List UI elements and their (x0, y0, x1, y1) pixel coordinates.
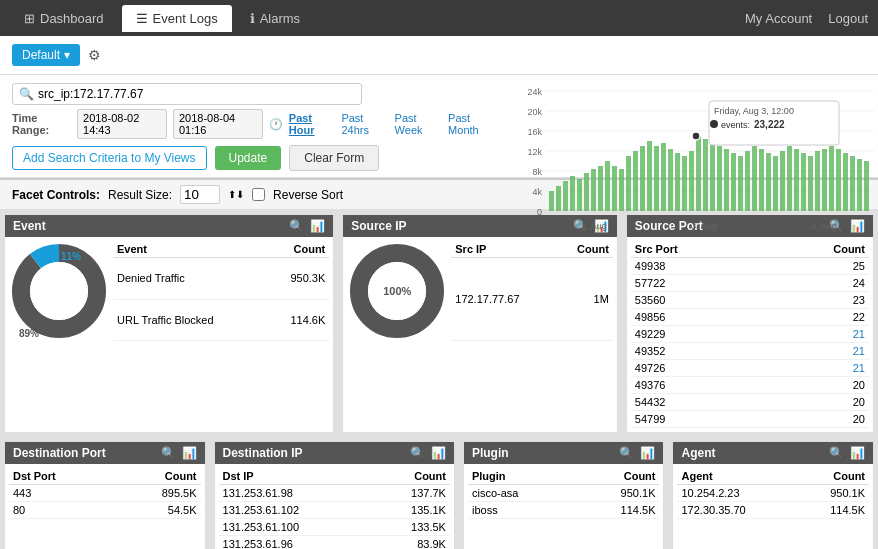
past-hour-link[interactable]: Past Hour (289, 112, 336, 136)
clear-form-button[interactable]: Clear Form (289, 145, 379, 171)
top-nav: ⊞ Dashboard ☰ Event Logs ℹ Alarms My Acc… (0, 0, 878, 36)
update-button[interactable]: Update (215, 146, 282, 170)
logout-link[interactable]: Logout (828, 11, 868, 26)
dashboard-icon: ⊞ (24, 11, 35, 26)
svg-rect-54 (829, 146, 834, 211)
svg-rect-17 (570, 176, 575, 211)
destination-ip-table: Dst IPCount 131.253.61.98137.7K 131.253.… (219, 468, 450, 549)
dst-ip-search-icon[interactable]: 🔍 (410, 446, 425, 460)
event-chart-icon[interactable]: 📊 (310, 219, 325, 233)
dst-port-chart-icon[interactable]: 📊 (182, 446, 197, 460)
bottom-panels-row: Destination Port 🔍 📊 Dst PortCount 44389… (0, 437, 878, 549)
nav-tab-alarms[interactable]: ℹ Alarms (236, 5, 314, 32)
svg-rect-25 (626, 156, 631, 211)
donut-center-label: 100% (383, 285, 411, 297)
svg-rect-18 (577, 179, 582, 211)
plugin-search-icon[interactable]: 🔍 (619, 446, 634, 460)
svg-text:8k: 8k (532, 167, 542, 177)
destination-ip-body: Dst IPCount 131.253.61.98137.7K 131.253.… (215, 464, 454, 549)
table-row: Denied Traffic 950.3K (113, 258, 329, 300)
source-ip-title: Source IP (351, 219, 406, 233)
agent-header: Agent 🔍 📊 (673, 442, 873, 464)
plugin-body: PluginCount cisco-asa950.1K iboss114.5K (464, 464, 664, 523)
donut-bottom-label: 89% (19, 328, 39, 339)
svg-point-71 (30, 262, 88, 320)
svg-rect-52 (815, 151, 820, 211)
svg-rect-15 (556, 186, 561, 211)
agent-panel: Agent 🔍 📊 AgentCount 10.254.2.23950.1K 1… (672, 441, 874, 549)
svg-rect-42 (745, 151, 750, 211)
up-down-icon: ⬆⬇ (228, 189, 244, 200)
event-panel-title: Event (13, 219, 46, 233)
search-input[interactable] (38, 87, 338, 101)
svg-rect-43 (752, 146, 757, 211)
time-range-label: Time Range: (12, 112, 71, 136)
event-col-count: Count (266, 241, 329, 258)
svg-text:12k: 12k (527, 147, 542, 157)
destination-port-header: Destination Port 🔍 📊 (5, 442, 205, 464)
svg-rect-59 (864, 161, 869, 211)
agent-chart-icon[interactable]: 📊 (850, 446, 865, 460)
svg-rect-20 (591, 169, 596, 211)
svg-rect-47 (780, 151, 785, 211)
svg-rect-40 (731, 153, 736, 211)
past-month-link[interactable]: Past Month (448, 112, 498, 136)
event-search-icon[interactable]: 🔍 (289, 219, 304, 233)
svg-rect-48 (787, 146, 792, 211)
svg-rect-50 (801, 153, 806, 211)
table-row: 4922921 (631, 326, 869, 343)
table-row: 5479920 (631, 411, 869, 428)
svg-text:3. Aug: 3. Aug (691, 221, 717, 231)
svg-rect-26 (633, 151, 638, 211)
event-table: Event Count Denied Traffic 950.3K URL Tr… (113, 241, 329, 341)
svg-rect-19 (584, 173, 589, 211)
table-row: 131.253.61.102135.1K (219, 502, 450, 519)
nav-right: My Account Logout (745, 11, 868, 26)
agent-search-icon[interactable]: 🔍 (829, 446, 844, 460)
svg-rect-16 (563, 181, 568, 211)
svg-rect-24 (619, 169, 624, 211)
search-icon: 🔍 (19, 87, 34, 101)
svg-rect-56 (843, 153, 848, 211)
svg-rect-21 (598, 166, 603, 211)
time-to: 2018-08-04 01:16 (173, 109, 263, 139)
default-button[interactable]: Default ▾ (12, 44, 80, 66)
add-view-button[interactable]: Add Search Criteria to My Views (12, 146, 207, 170)
plugin-header: Plugin 🔍 📊 (464, 442, 664, 464)
nav-tab-dashboard[interactable]: ⊞ Dashboard (10, 5, 118, 32)
plugin-chart-icon[interactable]: 📊 (640, 446, 655, 460)
svg-rect-34 (689, 151, 694, 211)
destination-ip-header: Destination IP 🔍 📊 (215, 442, 454, 464)
event-panel-body: 89% 11% Event Count Denied Traffic 950.3… (5, 237, 333, 345)
dst-port-search-icon[interactable]: 🔍 (161, 446, 176, 460)
table-row: 5443220 (631, 394, 869, 411)
result-size-input[interactable] (180, 185, 220, 204)
table-row: iboss114.5K (468, 502, 660, 519)
reverse-sort-label: Reverse Sort (273, 188, 343, 202)
agent-table: AgentCount 10.254.2.23950.1K 172.30.35.7… (677, 468, 869, 519)
destination-port-title: Destination Port (13, 446, 106, 460)
event-panel: Event 🔍 📊 89% 11% (4, 214, 334, 433)
result-size-label: Result Size: (108, 188, 172, 202)
svg-text:23,222: 23,222 (754, 119, 785, 130)
past-24hrs-link[interactable]: Past 24hrs (341, 112, 388, 136)
toolbar: Default ▾ ⚙ (0, 36, 878, 75)
svg-rect-53 (822, 149, 827, 211)
svg-rect-35 (696, 136, 701, 211)
gear-icon[interactable]: ⚙ (88, 47, 101, 63)
past-week-link[interactable]: Past Week (395, 112, 443, 136)
alarms-icon: ℹ (250, 11, 255, 26)
svg-text:0: 0 (537, 207, 542, 217)
event-logs-icon: ☰ (136, 11, 148, 26)
dst-ip-chart-icon[interactable]: 📊 (431, 446, 446, 460)
reverse-sort-checkbox[interactable] (252, 188, 265, 201)
my-account-link[interactable]: My Account (745, 11, 812, 26)
event-panel-icons: 🔍 📊 (289, 219, 325, 233)
table-row: 5772224 (631, 275, 869, 292)
destination-port-table: Dst PortCount 443895.5K 8054.5K (9, 468, 201, 519)
table-row: URL Traffic Blocked 114.6K (113, 299, 329, 341)
destination-port-panel: Destination Port 🔍 📊 Dst PortCount 44389… (4, 441, 206, 549)
nav-tab-event-logs[interactable]: ☰ Event Logs (122, 5, 232, 32)
dropdown-icon: ▾ (64, 48, 70, 62)
svg-rect-37 (710, 141, 715, 211)
